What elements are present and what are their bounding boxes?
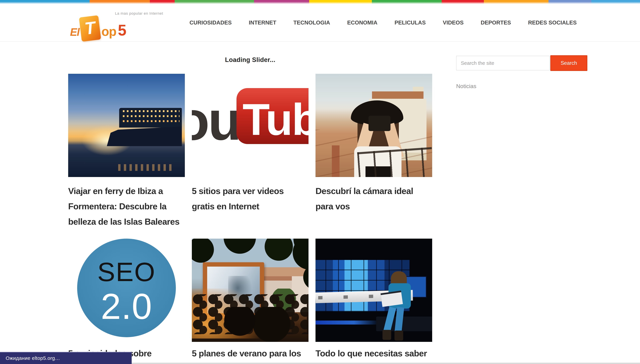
- nav-item-videos[interactable]: VIDEOS: [443, 20, 464, 26]
- logo-tagline: La mas popular en Internet: [115, 11, 163, 16]
- rainbow-stripe: [0, 0, 640, 4]
- article-card: ou Tub 5 sitios para ver videos gratis e…: [192, 74, 308, 214]
- article-image-tv-studio[interactable]: [315, 238, 432, 342]
- title-line: para vos: [315, 199, 432, 214]
- article-image-photographer[interactable]: [315, 74, 432, 177]
- nav-item-tecnologia[interactable]: TECNOLOGIA: [293, 20, 330, 26]
- article-image-youtube[interactable]: ou Tub: [192, 74, 308, 177]
- article-card: Todo lo que necesitas saber sobre el alo…: [315, 238, 432, 364]
- boot-right: [395, 330, 403, 340]
- stripe-segment-blue: [0, 0, 90, 4]
- logo-t-text: T: [84, 18, 97, 38]
- stripe-segment-green: [175, 0, 254, 4]
- ferry-silhouette: [107, 104, 182, 146]
- stripe-segment-orange-2: [484, 0, 548, 4]
- youtube-tub-text: Tub: [242, 94, 308, 145]
- title-line: 5 sitios para ver videos: [192, 183, 308, 199]
- article-title[interactable]: Todo lo que necesitas saber sobre el alo…: [315, 346, 432, 364]
- article-card: SEO 2.0 5 curiosidades sobre debes: [68, 238, 185, 364]
- status-text: Ожидание eltop5.org…: [6, 355, 60, 361]
- title-line: Viajar en ferry de Ibiza a: [68, 183, 185, 199]
- terrace-railing: [357, 147, 432, 177]
- title-line: Todo lo que necesitas saber: [315, 346, 432, 360]
- main-nav: CURIOSIDADESINTERNETTECNOLOGIAECONOMIAPE…: [189, 4, 577, 41]
- title-line: Formentera: Descubre la: [68, 199, 185, 214]
- stripe-segment-orange: [90, 0, 150, 4]
- article-title[interactable]: 5 planes de verano para los que no tenem…: [192, 346, 308, 364]
- ferry-windows: [123, 110, 179, 126]
- stripe-segment-magenta: [254, 0, 309, 4]
- stripe-segment-skyblue: [591, 0, 640, 4]
- foreground-silhouettes: [220, 307, 296, 342]
- nav-item-peliculas[interactable]: PELICULAS: [395, 20, 426, 26]
- article-title[interactable]: 5 sitios para ver videos gratis en Inter…: [192, 183, 308, 214]
- seo-blue-circle: SEO 2.0: [77, 238, 176, 337]
- loading-slider-text: Loading Slider...: [68, 56, 432, 64]
- seo-text: SEO: [77, 256, 176, 287]
- logo-op-text: op: [101, 24, 116, 39]
- stripe-segment-yellow: [309, 0, 372, 4]
- nav-item-curiosidades[interactable]: CURIOSIDADES: [189, 20, 232, 26]
- camera: [369, 116, 391, 131]
- article-image-seo[interactable]: SEO 2.0: [68, 238, 185, 342]
- stripe-segment-green-2: [372, 0, 442, 4]
- blue-floor-glow: [315, 320, 380, 324]
- nav-item-economia[interactable]: ECONOMIA: [347, 20, 378, 26]
- article-title[interactable]: Viajar en ferry de Ibiza a Formentera: D…: [68, 183, 185, 229]
- search-input[interactable]: [456, 56, 550, 70]
- site-header: El T op 5 La mas popular en Internet CUR…: [0, 4, 640, 42]
- browser-status-bar: Ожидание eltop5.org…: [0, 352, 132, 364]
- article-image-ferry[interactable]: [68, 74, 185, 177]
- stripe-segment-red: [150, 0, 175, 4]
- site-logo[interactable]: El T op 5 La mas popular en Internet: [70, 11, 177, 41]
- nav-item-deportes[interactable]: DEPORTES: [481, 20, 511, 26]
- search-widget: Search: [456, 55, 587, 71]
- nav-item-internet[interactable]: INTERNET: [249, 20, 276, 26]
- sidebar-heading-noticias: Noticias: [456, 83, 476, 90]
- article-image-cinema[interactable]: [192, 238, 308, 342]
- stripe-segment-red-2: [442, 0, 484, 4]
- stripe-segment-steelblue: [548, 0, 591, 4]
- logo-five-text: 5: [118, 22, 126, 39]
- water-reflection: [118, 164, 175, 171]
- title-line: 5 planes de verano para los: [192, 346, 308, 360]
- seo-version-text: 2.0: [77, 286, 176, 327]
- search-button[interactable]: Search: [550, 55, 587, 71]
- logo-el-text: El: [70, 26, 79, 38]
- article-card: 5 planes de verano para los que no tenem…: [192, 238, 308, 364]
- boot-left: [383, 330, 391, 340]
- article-card: Viajar en ferry de Ibiza a Formentera: D…: [68, 74, 185, 229]
- logo-tile-icon: T: [79, 15, 101, 42]
- article-title[interactable]: Descubrí la cámara ideal para vos: [315, 183, 432, 214]
- youtube-ou-text: ou: [192, 89, 240, 152]
- title-line: gratis en Internet: [192, 199, 308, 214]
- title-line: Descubrí la cámara ideal: [315, 183, 432, 199]
- title-line: belleza de las Islas Baleares: [68, 214, 185, 229]
- article-card: Descubrí la cámara ideal para vos: [315, 74, 432, 214]
- nav-item-redes-sociales[interactable]: REDES SOCIALES: [528, 20, 577, 26]
